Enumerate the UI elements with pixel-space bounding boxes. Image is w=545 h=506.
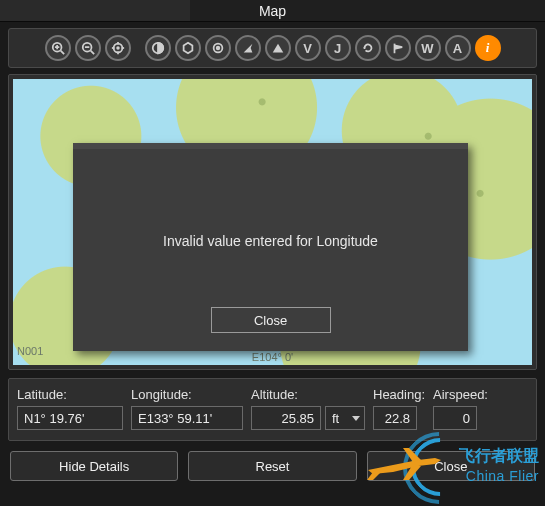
zoom-out-icon[interactable] xyxy=(75,35,101,61)
svg-point-16 xyxy=(216,47,219,50)
zoom-in-icon[interactable] xyxy=(45,35,71,61)
coordinate-fields: Latitude: Longitude: Altitude: ft Headin xyxy=(8,378,537,441)
letter-v-icon[interactable]: V xyxy=(295,35,321,61)
altitude-label: Altitude: xyxy=(251,387,365,402)
map-lat-gridline-label: N001 xyxy=(17,345,43,357)
center-aircraft-icon[interactable] xyxy=(105,35,131,61)
svg-marker-14 xyxy=(183,43,192,54)
svg-line-1 xyxy=(60,51,64,55)
dialog-close-button[interactable]: Close xyxy=(211,307,331,333)
map-lon-gridline-label: E104° 0' xyxy=(252,351,293,363)
window-titlebar: Map xyxy=(0,0,545,22)
longitude-label: Longitude: xyxy=(131,387,243,402)
contrast-icon[interactable] xyxy=(145,35,171,61)
dialog-message: Invalid value entered for Longitude xyxy=(73,233,468,249)
letter-w-icon[interactable]: W xyxy=(415,35,441,61)
map-toolbar: V J W A i xyxy=(8,28,537,68)
triangle-icon[interactable] xyxy=(265,35,291,61)
bottom-button-row: Hide Details Reset Close xyxy=(8,451,537,481)
map-canvas[interactable]: N001 E104° 0' Invalid value entered for … xyxy=(13,79,532,365)
svg-marker-17 xyxy=(272,44,283,53)
altitude-unit-label: ft xyxy=(332,411,339,426)
refresh-icon[interactable] xyxy=(355,35,381,61)
dialog-header[interactable] xyxy=(73,143,468,149)
windsock-icon[interactable] xyxy=(385,35,411,61)
svg-line-5 xyxy=(90,51,94,55)
info-icon[interactable]: i xyxy=(475,35,501,61)
hide-details-button[interactable]: Hide Details xyxy=(10,451,178,481)
altitude-unit-select[interactable]: ft xyxy=(325,406,365,430)
reset-button[interactable]: Reset xyxy=(188,451,356,481)
longitude-input[interactable] xyxy=(131,406,243,430)
altitude-input[interactable] xyxy=(251,406,321,430)
letter-j-icon[interactable]: J xyxy=(325,35,351,61)
window-title: Map xyxy=(259,3,286,19)
target-icon[interactable] xyxy=(205,35,231,61)
map-container: N001 E104° 0' Invalid value entered for … xyxy=(8,74,537,370)
chevron-down-icon xyxy=(352,416,360,421)
letter-a-icon[interactable]: A xyxy=(445,35,471,61)
airspeed-input[interactable] xyxy=(433,406,477,430)
latitude-input[interactable] xyxy=(17,406,123,430)
svg-point-12 xyxy=(117,47,119,49)
latitude-label: Latitude: xyxy=(17,387,123,402)
navaid-icon[interactable] xyxy=(235,35,261,61)
heading-label: Heading: xyxy=(373,387,425,402)
airspeed-label: Airspeed: xyxy=(433,387,488,402)
close-button[interactable]: Close xyxy=(367,451,535,481)
heading-input[interactable] xyxy=(373,406,417,430)
error-dialog: Invalid value entered for Longitude Clos… xyxy=(73,143,468,351)
hexagon-icon[interactable] xyxy=(175,35,201,61)
